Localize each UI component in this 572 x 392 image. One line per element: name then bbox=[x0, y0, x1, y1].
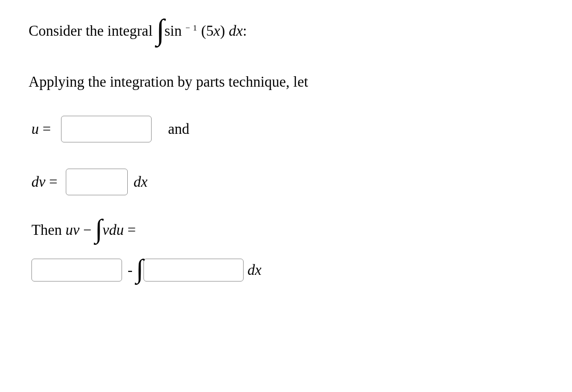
u-line: u = and bbox=[31, 116, 543, 142]
then-text: Then bbox=[31, 220, 65, 240]
answer-minus: - bbox=[124, 260, 136, 280]
u-input[interactable] bbox=[61, 116, 152, 142]
dv-equals: = bbox=[45, 171, 61, 192]
dv-v: v bbox=[39, 171, 46, 192]
vdu-d: d bbox=[109, 220, 117, 240]
answer-dx-x: x bbox=[255, 260, 262, 280]
instruction-line: Applying the integration by parts techni… bbox=[29, 71, 543, 92]
then-line: Then uv − ∫ vdu = bbox=[31, 219, 543, 241]
prompt-line: Consider the integral ∫ sin − 1 (5x) dx: bbox=[29, 19, 543, 43]
prompt-prefix: Consider the integral bbox=[29, 20, 153, 41]
integral-expression: ∫ sin − 1 (5x) dx: bbox=[156, 19, 247, 43]
uv-u: u bbox=[65, 220, 73, 240]
integrand-sin: sin bbox=[164, 20, 182, 41]
dx-x: x bbox=[236, 20, 243, 41]
dv-d: d bbox=[31, 171, 39, 192]
integral-icon: ∫ bbox=[156, 18, 164, 42]
answer-line: - ∫ dx bbox=[31, 259, 543, 281]
integral-icon: ∫ bbox=[95, 218, 102, 240]
vdu-u: u bbox=[116, 220, 124, 240]
and-text: and bbox=[168, 119, 189, 139]
then-equals: = bbox=[124, 220, 136, 240]
dv-input[interactable] bbox=[66, 169, 128, 195]
uv-v: v bbox=[73, 220, 80, 240]
dx-d: d bbox=[229, 20, 236, 41]
integrand-arg-close: ) bbox=[220, 20, 225, 41]
u-symbol: u bbox=[31, 119, 39, 139]
dv-dx-x: x bbox=[141, 171, 148, 192]
prompt-colon: : bbox=[243, 20, 247, 41]
vdu-integral: ∫ vdu bbox=[95, 219, 124, 241]
u-equals: = bbox=[39, 119, 55, 139]
answer-dx-d: d bbox=[247, 260, 255, 280]
integral-icon: ∫ bbox=[136, 258, 143, 280]
minus-sign: − bbox=[80, 220, 95, 240]
integrand-input[interactable] bbox=[143, 259, 244, 281]
integrand-exponent: − 1 bbox=[185, 23, 197, 32]
integrand-var: x bbox=[214, 22, 220, 39]
problem-page: Consider the integral ∫ sin − 1 (5x) dx:… bbox=[0, 0, 572, 392]
instruction-text: Applying the integration by parts techni… bbox=[29, 71, 308, 92]
uv-input[interactable] bbox=[31, 259, 122, 281]
vdu-v: v bbox=[102, 220, 109, 240]
dv-dx-d: d bbox=[133, 171, 141, 192]
integrand-arg-open: (5 bbox=[201, 20, 214, 41]
dv-line: dv = dx bbox=[31, 169, 543, 195]
